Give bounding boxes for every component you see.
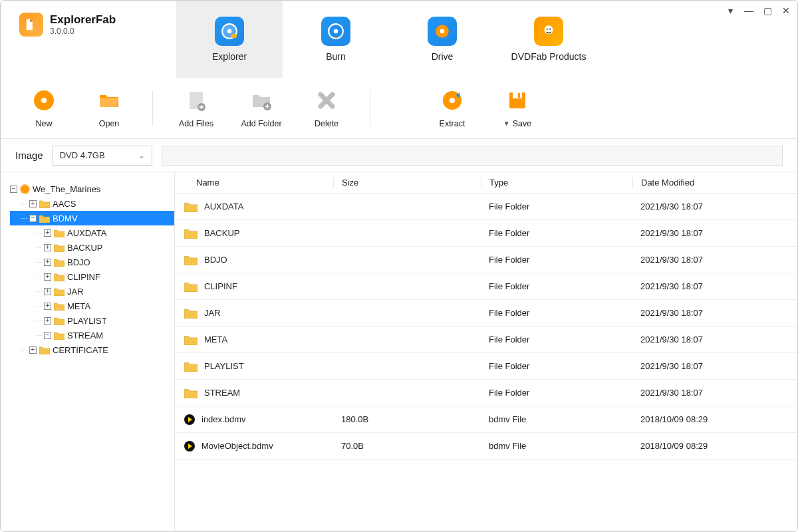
tab-drive[interactable]: Drive <box>389 1 495 78</box>
extract-button[interactable]: Extract <box>421 88 483 128</box>
tab-explorer[interactable]: Explorer <box>176 1 283 78</box>
tab-products[interactable]: DVDFab Products <box>495 1 602 78</box>
image-size-select[interactable]: DVD 4.7GB ⌄ <box>53 146 152 166</box>
svg-point-5 <box>334 29 338 34</box>
tree-item-label: CLIPINF <box>67 272 100 282</box>
tree-item-certificate[interactable]: ⋯ + CERTIFICATE <box>10 342 174 357</box>
expand-icon[interactable]: + <box>29 200 37 207</box>
tree-root[interactable]: − We_The_Marines <box>10 182 174 196</box>
folder-icon <box>184 388 198 398</box>
collapse-icon[interactable]: − <box>29 215 37 222</box>
delete-button[interactable]: Delete <box>295 88 358 128</box>
tab-drive-label: Drive <box>432 51 454 62</box>
file-name: BDJO <box>204 255 227 265</box>
save-icon <box>505 88 529 112</box>
bdmv-file-icon <box>184 414 195 425</box>
add-files-button[interactable]: Add Files <box>165 88 227 128</box>
collapse-icon[interactable]: − <box>10 186 17 193</box>
path-input[interactable] <box>162 146 783 166</box>
file-row[interactable]: index.bdmv180.0Bbdmv File2018/10/09 08:2… <box>175 406 797 433</box>
burn-icon <box>321 17 350 46</box>
minimize-icon[interactable]: — <box>744 6 753 15</box>
add-folder-button[interactable]: Add Folder <box>230 88 293 128</box>
tree-item[interactable]: ⋯+PLAYLIST <box>10 313 174 328</box>
tree-item[interactable]: ⋯+CLIPINF <box>10 269 174 284</box>
col-size[interactable]: Size <box>333 178 481 188</box>
folder-icon <box>54 331 65 340</box>
file-type: File Folder <box>481 281 632 291</box>
tree-item[interactable]: ⋯−STREAM <box>10 328 174 342</box>
expand-icon[interactable]: + <box>44 259 51 266</box>
file-type: File Folder <box>481 388 632 398</box>
tree-item[interactable]: ⋯+BDJO <box>10 255 174 269</box>
drive-icon <box>428 17 457 46</box>
expand-icon[interactable]: + <box>29 346 37 354</box>
file-row[interactable]: STREAMFile Folder2021/9/30 18:07 <box>175 380 797 406</box>
save-button[interactable]: ▼Save <box>486 88 549 128</box>
tree-item[interactable]: ⋯+META <box>10 299 174 313</box>
file-type: File Folder <box>481 228 632 238</box>
open-folder-icon <box>97 88 121 112</box>
folder-icon <box>184 201 198 212</box>
file-row[interactable]: BACKUPFile Folder2021/9/30 18:07 <box>175 220 797 247</box>
chevron-down-icon: ▼ <box>503 120 510 127</box>
file-date: 2021/9/30 18:07 <box>632 308 797 318</box>
col-name[interactable]: Name <box>184 178 333 188</box>
extract-label: Extract <box>440 119 466 128</box>
close-icon[interactable]: ✕ <box>781 6 791 15</box>
file-name: META <box>204 334 227 344</box>
add-folder-icon <box>249 88 273 112</box>
new-label: New <box>35 119 52 128</box>
tree-item-bdmv[interactable]: ⋯ − BDMV <box>10 211 174 225</box>
expand-icon[interactable]: + <box>44 244 51 251</box>
col-date[interactable]: Date Modified <box>632 178 797 188</box>
expand-icon[interactable]: + <box>44 303 51 310</box>
file-row[interactable]: AUXDATAFile Folder2021/9/30 18:07 <box>175 194 797 220</box>
expand-icon[interactable]: + <box>44 317 51 325</box>
file-type: File Folder <box>481 201 632 211</box>
svg-point-7 <box>440 29 445 34</box>
app-brand: ExplorerFab 3.0.0.0 <box>1 1 116 37</box>
window-controls: ▾ — ▢ ✕ <box>726 6 791 15</box>
file-row[interactable]: METAFile Folder2021/9/30 18:07 <box>175 327 797 353</box>
products-icon <box>534 17 563 46</box>
expand-icon[interactable]: + <box>44 288 51 295</box>
save-label: Save <box>513 119 532 128</box>
col-type[interactable]: Type <box>481 178 632 188</box>
expand-icon[interactable]: + <box>44 273 51 281</box>
tree-item[interactable]: ⋯+AUXDATA <box>10 225 174 240</box>
new-button[interactable]: New <box>13 88 75 128</box>
file-row[interactable]: JARFile Folder2021/9/30 18:07 <box>175 300 797 327</box>
file-type: File Folder <box>481 255 632 265</box>
tree-item[interactable]: ⋯+BACKUP <box>10 240 174 255</box>
menu-dropdown-icon[interactable]: ▾ <box>726 6 735 15</box>
separator <box>370 90 370 126</box>
file-type: File Folder <box>481 334 632 344</box>
svg-point-9 <box>547 29 548 30</box>
tab-burn[interactable]: Burn <box>283 1 389 78</box>
tree-item-aacs[interactable]: ⋯ + AACS <box>10 196 174 211</box>
file-name: MovieObject.bdmv <box>201 441 273 451</box>
tree-item[interactable]: ⋯+JAR <box>10 284 174 299</box>
file-row[interactable]: BDJOFile Folder2021/9/30 18:07 <box>175 247 797 273</box>
file-row[interactable]: MovieObject.bdmv70.0Bbdmv File2018/10/09… <box>175 433 797 460</box>
tab-burn-label: Burn <box>326 51 346 62</box>
file-list-header: Name Size Type Date Modified <box>175 172 797 194</box>
tree-item-label: STREAM <box>67 331 103 340</box>
file-row[interactable]: CLIPINFFile Folder2021/9/30 18:07 <box>175 273 797 300</box>
folder-icon <box>54 258 65 267</box>
open-button[interactable]: Open <box>78 88 140 128</box>
file-row[interactable]: PLAYLISTFile Folder2021/9/30 18:07 <box>175 353 797 380</box>
file-name: index.bdmv <box>201 414 245 424</box>
collapse-icon[interactable]: − <box>44 332 51 339</box>
maximize-icon[interactable]: ▢ <box>763 6 772 15</box>
image-size-value: DVD 4.7GB <box>60 150 105 160</box>
file-date: 2021/9/30 18:07 <box>632 334 797 344</box>
folder-icon <box>184 308 198 319</box>
extract-icon <box>440 88 464 112</box>
svg-point-2 <box>227 29 232 34</box>
folder-icon <box>184 281 198 292</box>
expand-icon[interactable]: + <box>44 229 51 237</box>
open-label: Open <box>99 119 120 128</box>
file-name: CLIPINF <box>204 281 237 291</box>
